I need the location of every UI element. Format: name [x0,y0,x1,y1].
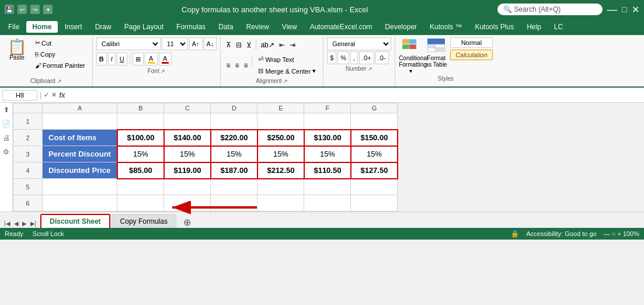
font-name-select[interactable]: Calibri [96,37,161,50]
col-header-f[interactable]: F [304,103,351,113]
bold-button[interactable]: B [96,53,107,65]
sidebar-icon-2[interactable]: 🖨 [2,133,11,143]
menu-page-layout[interactable]: Page Layout [119,21,169,33]
cell-c1[interactable] [164,113,211,130]
formula-input[interactable] [68,90,642,100]
sheet-tab-copy-formulas[interactable]: Copy Formulas [112,214,176,228]
cell-a3[interactable]: Percent Discount [43,146,117,162]
sidebar-icon-1[interactable]: 📄 [2,119,11,129]
decimal-increase-button[interactable]: .0+ [359,51,374,64]
indent-decrease-button[interactable]: ⇤ [277,40,287,50]
menu-formulas[interactable]: Formulas [170,21,211,33]
cell-c3[interactable]: 15% [164,146,211,162]
search-bar[interactable]: 🔍 Search (Alt+Q) [497,4,603,15]
cell-g4[interactable]: $127.50 [351,162,398,179]
cell-c2[interactable]: $140.00 [164,130,211,146]
cell-d1[interactable] [211,113,257,130]
wrap-text-button[interactable]: ⏎ Wrap Text [255,54,319,65]
borders-button[interactable]: ⊞ [133,53,144,65]
menu-insert[interactable]: Insert [59,21,88,33]
save-icon[interactable]: 💾 [5,5,14,14]
cell-g3[interactable]: 15% [351,146,398,162]
close-icon[interactable]: ✕ [632,4,639,15]
paste-button[interactable]: 📋 Paste [4,37,30,63]
tab-nav-last[interactable]: ▶| [29,219,39,228]
cell-f3[interactable]: 15% [304,146,351,162]
cell-b1[interactable] [117,113,164,130]
cell-e5[interactable] [257,179,304,195]
col-header-g[interactable]: G [351,103,398,113]
cell-g6[interactable] [351,195,398,212]
conditional-formatting-button[interactable] [400,37,421,54]
cell-c6[interactable] [164,195,211,212]
cell-a6[interactable] [43,195,117,212]
number-format-select[interactable]: General [327,37,391,50]
cancel-formula-icon[interactable]: ✕ [51,91,57,99]
menu-help[interactable]: Help [521,21,547,33]
cell-a4[interactable]: Discounted Price [43,162,117,179]
menu-data[interactable]: Data [213,21,239,33]
check-icon[interactable]: ✓ [44,91,49,99]
cell-b6[interactable] [117,195,164,212]
normal-style-button[interactable]: Normal [450,37,492,48]
redo-icon[interactable]: ↪ [30,5,40,14]
align-center-button[interactable]: ≡ [233,60,241,71]
underline-button[interactable]: U [117,53,127,65]
font-shrink-button[interactable]: A↓ [204,37,217,50]
cell-c4[interactable]: $119.00 [164,162,211,179]
format-painter-button[interactable]: 🖌 Format Painter [32,60,89,71]
sidebar-scroll-up[interactable]: ⬆ [2,105,11,115]
tab-nav-prev[interactable]: ◀ [12,219,20,228]
tab-nav-next[interactable]: ▶ [20,219,29,228]
sheet-tab-discount[interactable]: Discount Sheet [40,214,110,228]
align-right-button[interactable]: ≡ [242,60,249,71]
maximize-icon[interactable]: □ [622,5,627,14]
cell-c5[interactable] [164,179,211,195]
merge-center-button[interactable]: ⊟ Merge & Center ▾ [255,65,319,77]
menu-kutools[interactable]: Kutools ™ [424,21,468,33]
menu-lc[interactable]: LC [548,21,569,33]
cut-button[interactable]: ✂ Cut [32,37,89,48]
menu-view[interactable]: View [276,21,303,33]
cell-e3[interactable]: 15% [257,146,304,162]
cell-a5[interactable] [43,179,117,195]
add-sheet-button[interactable]: ⊕ [180,217,194,228]
cell-d2[interactable]: $220.00 [211,130,257,146]
comma-button[interactable]: , [350,51,358,64]
cell-e6[interactable] [257,195,304,212]
menu-home[interactable]: Home [26,21,57,33]
font-size-select[interactable]: 11 [162,37,188,50]
col-header-c[interactable]: C [164,103,211,113]
cell-f4[interactable]: $110.50 [304,162,351,179]
align-bottom-button[interactable]: ⊻ [245,40,253,50]
col-header-e[interactable]: E [257,103,304,113]
cell-d3[interactable]: 15% [211,146,257,162]
qat-dropdown-icon[interactable]: ▾ [43,5,53,14]
currency-button[interactable]: $ [327,51,336,64]
menu-review[interactable]: Review [240,21,274,33]
menu-developer[interactable]: Developer [379,21,423,33]
menu-file[interactable]: File [2,21,25,33]
cell-f5[interactable] [304,179,351,195]
tab-nav-first[interactable]: |◀ [2,219,12,228]
cell-g5[interactable] [351,179,398,195]
cell-d5[interactable] [211,179,257,195]
cell-b4[interactable]: $85.00 [117,162,164,179]
zoom-controls[interactable]: — ○ + 100% [604,230,639,237]
cell-d4[interactable]: $187.00 [211,162,257,179]
sidebar-icon-3[interactable]: ⚙ [2,147,11,157]
align-left-button[interactable]: ≡ [224,60,232,71]
format-as-table-button[interactable] [426,37,447,54]
align-middle-button[interactable]: ⊟ [234,40,243,50]
cell-e2[interactable]: $250.00 [257,130,304,146]
menu-draw[interactable]: Draw [89,21,117,33]
cell-f6[interactable] [304,195,351,212]
minimize-icon[interactable]: — [607,4,618,16]
copy-button[interactable]: ⎘ Copy [32,49,89,60]
font-color-button[interactable]: A [159,53,172,65]
cell-b5[interactable] [117,179,164,195]
col-header-a[interactable]: A [43,103,117,113]
cell-g1[interactable] [351,113,398,130]
cell-d6[interactable] [211,195,257,212]
align-top-button[interactable]: ⊼ [224,40,233,50]
